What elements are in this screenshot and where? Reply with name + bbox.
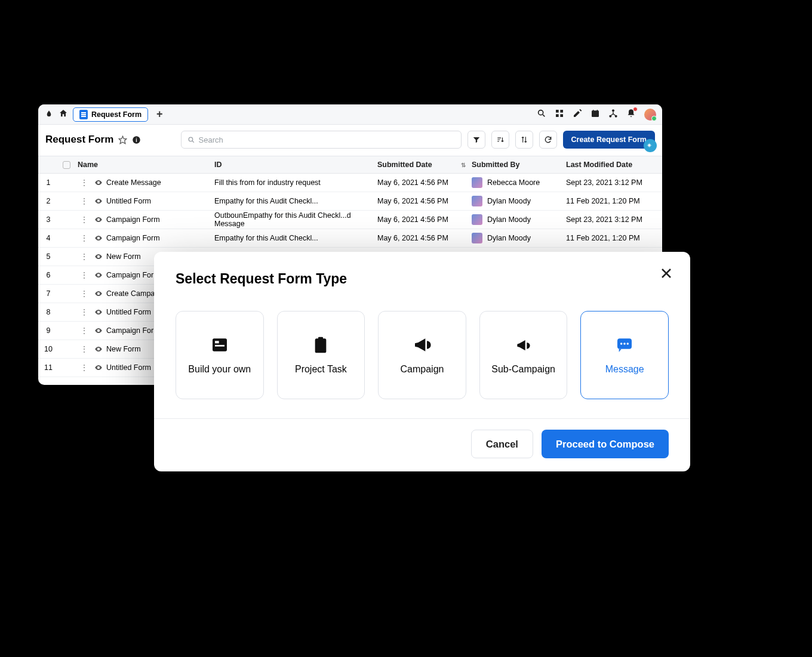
refresh-button[interactable] bbox=[539, 131, 557, 149]
row-submitted-by: Dylan Moody bbox=[472, 214, 566, 225]
eye-icon[interactable] bbox=[94, 197, 103, 205]
row-menu-icon[interactable]: ⋮ bbox=[78, 252, 91, 261]
row-menu-icon[interactable]: ⋮ bbox=[78, 197, 91, 205]
row-number: 1 bbox=[38, 178, 59, 187]
svg-point-10 bbox=[612, 109, 614, 112]
row-menu-icon[interactable]: ⋮ bbox=[78, 363, 91, 372]
svg-point-0 bbox=[539, 110, 543, 115]
calendar-icon[interactable] bbox=[590, 109, 600, 121]
grid-icon[interactable] bbox=[555, 109, 564, 121]
row-submitted-date: May 6, 2021 4:56 PM bbox=[377, 197, 472, 205]
row-modified-date: Sept 23, 2021 3:12 PM bbox=[566, 178, 662, 187]
row-modified-date: Sept 23, 2021 3:12 PM bbox=[566, 215, 662, 224]
user-avatar-icon bbox=[472, 233, 482, 243]
row-modified-date: 11 Feb 2021, 1:20 PM bbox=[566, 197, 662, 205]
eye-icon[interactable] bbox=[94, 289, 103, 298]
row-menu-icon[interactable]: ⋮ bbox=[78, 178, 91, 187]
message-icon bbox=[615, 335, 634, 354]
eye-icon[interactable] bbox=[94, 215, 103, 224]
svg-point-41 bbox=[623, 343, 625, 344]
row-number: 4 bbox=[38, 234, 59, 242]
row-submitted-by: Rebecca Moore bbox=[472, 177, 566, 188]
row-name: New Form bbox=[106, 345, 141, 353]
close-button[interactable] bbox=[659, 266, 673, 283]
eye-icon[interactable] bbox=[94, 363, 103, 372]
filter-button[interactable] bbox=[467, 131, 485, 149]
table-row[interactable]: 3 ⋮ Campaign Form OutbounEmpathy for thi… bbox=[38, 211, 662, 229]
search-icon[interactable] bbox=[537, 109, 546, 121]
row-number: 9 bbox=[38, 326, 59, 335]
megaphone-icon bbox=[413, 335, 432, 354]
column-last-modified[interactable]: Last Modified Date bbox=[566, 161, 662, 169]
row-menu-icon[interactable]: ⋮ bbox=[78, 289, 91, 298]
user-avatar[interactable] bbox=[644, 109, 656, 121]
column-submitted-date[interactable]: Submitted Date⇅ bbox=[377, 161, 472, 169]
add-tab-button[interactable]: + bbox=[153, 108, 167, 121]
eye-icon[interactable] bbox=[94, 326, 103, 335]
row-name: New Form bbox=[106, 252, 141, 261]
svg-rect-3 bbox=[560, 110, 563, 113]
eye-icon[interactable] bbox=[94, 345, 103, 353]
column-name[interactable]: Name bbox=[74, 161, 214, 169]
edit-icon[interactable] bbox=[573, 109, 582, 121]
notification-badge bbox=[633, 107, 638, 112]
submitted-by-value: Rebecca Moore bbox=[487, 178, 540, 187]
cursor-indicator bbox=[644, 139, 657, 152]
row-menu-icon[interactable]: ⋮ bbox=[78, 345, 91, 353]
notifications-icon[interactable] bbox=[626, 109, 636, 121]
svg-rect-5 bbox=[560, 114, 563, 117]
proceed-button[interactable]: Proceed to Compose bbox=[542, 430, 669, 458]
eye-icon[interactable] bbox=[94, 252, 103, 261]
type-message[interactable]: Message bbox=[580, 311, 669, 399]
row-name: Campaign Form bbox=[106, 215, 160, 224]
row-menu-icon[interactable]: ⋮ bbox=[78, 326, 91, 335]
layout-icon bbox=[210, 335, 229, 354]
row-id: Fill this from for industry request bbox=[214, 178, 377, 187]
eye-icon[interactable] bbox=[94, 271, 103, 279]
row-submitted-date: May 6, 2021 4:56 PM bbox=[377, 234, 472, 242]
table-row[interactable]: 4 ⋮ Campaign Form Empathy for this Audit… bbox=[38, 229, 662, 248]
row-menu-icon[interactable]: ⋮ bbox=[78, 215, 91, 224]
search-input[interactable]: Search bbox=[181, 131, 462, 149]
row-submitted-by: Dylan Moody bbox=[472, 233, 566, 243]
submitted-by-value: Dylan Moody bbox=[487, 215, 531, 224]
row-menu-icon[interactable]: ⋮ bbox=[78, 308, 91, 316]
svg-point-40 bbox=[620, 343, 622, 344]
table-row[interactable]: 2 ⋮ Untitled Form Empathy for this Audit… bbox=[38, 192, 662, 211]
svg-point-27 bbox=[98, 293, 99, 294]
svg-text:i: i bbox=[136, 137, 137, 143]
row-submitted-date: May 6, 2021 4:56 PM bbox=[377, 215, 472, 224]
home-icon[interactable] bbox=[59, 109, 68, 121]
sort-button[interactable] bbox=[491, 131, 509, 149]
search-icon bbox=[187, 136, 195, 144]
tab-label: Request Form bbox=[91, 110, 142, 119]
eye-icon[interactable] bbox=[94, 308, 103, 316]
svg-point-29 bbox=[98, 330, 99, 331]
page-title: Request Form i bbox=[45, 134, 141, 146]
column-submitted-by[interactable]: Submitted By bbox=[472, 161, 566, 169]
row-name: Create Message bbox=[106, 178, 161, 187]
row-modified-date: 11 Feb 2021, 1:20 PM bbox=[566, 234, 662, 242]
type-campaign[interactable]: Campaign bbox=[378, 311, 466, 399]
hierarchy-icon[interactable] bbox=[608, 109, 618, 121]
page-header: Request Form i Search Create Request For… bbox=[38, 125, 662, 156]
type-project-task[interactable]: Project Task bbox=[277, 311, 365, 399]
tab-request-form[interactable]: Request Form bbox=[73, 107, 148, 122]
row-name: Untitled Form bbox=[106, 197, 151, 205]
user-avatar-icon bbox=[472, 177, 482, 188]
eye-icon[interactable] bbox=[94, 178, 103, 187]
type-build-your-own[interactable]: Build your own bbox=[176, 311, 264, 399]
select-all-checkbox[interactable] bbox=[63, 161, 70, 169]
table-row[interactable]: 1 ⋮ Create Message Fill this from for in… bbox=[38, 174, 662, 192]
swap-button[interactable] bbox=[515, 131, 533, 149]
column-id[interactable]: ID bbox=[214, 161, 377, 169]
svg-point-31 bbox=[98, 367, 99, 368]
type-sub-campaign[interactable]: Sub-Campaign bbox=[479, 311, 568, 399]
create-request-form-button[interactable]: Create Request Form bbox=[563, 131, 655, 149]
cancel-button[interactable]: Cancel bbox=[471, 430, 533, 458]
row-menu-icon[interactable]: ⋮ bbox=[78, 271, 91, 279]
eye-icon[interactable] bbox=[94, 234, 103, 242]
star-icon[interactable] bbox=[118, 135, 127, 144]
row-menu-icon[interactable]: ⋮ bbox=[78, 234, 91, 242]
info-icon[interactable]: i bbox=[132, 135, 141, 144]
